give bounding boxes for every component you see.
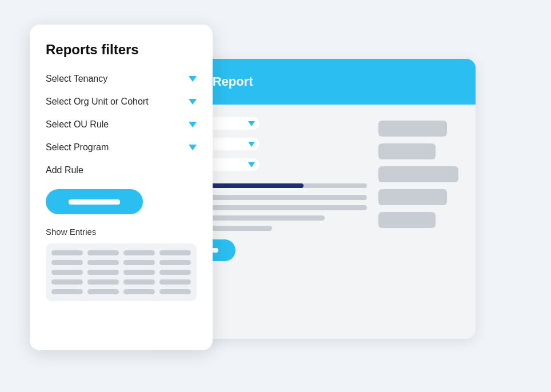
scene: Training Report — [30, 25, 521, 367]
filter-item-org-unit[interactable]: Select Org Unit or Cohort — [46, 97, 197, 107]
entry-cell-5 — [51, 260, 83, 265]
chevron-down-icon-1 — [248, 121, 255, 126]
entry-cell-12 — [159, 270, 191, 275]
filter-label-org-unit: Select Org Unit or Cohort — [46, 97, 149, 107]
entry-cell-19 — [123, 289, 155, 294]
entry-cell-10 — [87, 270, 119, 275]
apply-button-inner — [69, 199, 120, 205]
entry-cell-20 — [159, 289, 191, 294]
right-block-1 — [378, 121, 447, 137]
filter-label-ou-rule: Select OU Rule — [46, 119, 109, 130]
filter-item-program[interactable]: Select Program — [46, 142, 197, 153]
entry-cell-18 — [87, 289, 119, 294]
filter-label-program: Select Program — [46, 142, 109, 153]
show-entries-label: Show Entries — [46, 227, 197, 237]
chevron-down-icon-2 — [248, 142, 255, 147]
entry-cell-6 — [87, 260, 119, 265]
chevron-down-icon-ou-rule — [189, 122, 197, 127]
filter-item-ou-rule[interactable]: Select OU Rule — [46, 119, 197, 130]
entry-cell-2 — [87, 250, 119, 255]
entry-cell-14 — [87, 279, 119, 285]
filters-title: Reports filters — [46, 42, 197, 58]
filters-card: Reports filters Select Tenancy Select Or… — [30, 25, 213, 350]
filter-input-pill-1[interactable] — [208, 117, 259, 130]
report-right-column — [378, 117, 464, 261]
entry-cell-3 — [123, 250, 155, 255]
filter-input-pill-3[interactable] — [208, 158, 259, 171]
chevron-down-icon-program — [189, 145, 197, 150]
entry-cell-1 — [51, 250, 83, 255]
apply-button[interactable] — [46, 189, 143, 214]
right-block-4 — [378, 189, 447, 205]
chevron-down-icon-org-unit — [189, 99, 197, 105]
entry-cell-15 — [123, 279, 155, 285]
entry-cell-7 — [123, 260, 155, 265]
entry-cell-17 — [51, 289, 83, 294]
chevron-down-icon-tenancy — [189, 76, 197, 82]
filter-item-tenancy[interactable]: Select Tenancy — [46, 74, 197, 84]
right-block-5 — [378, 212, 436, 228]
filter-label-tenancy: Select Tenancy — [46, 74, 107, 84]
entry-cell-8 — [159, 260, 191, 265]
chevron-down-icon-3 — [248, 162, 255, 167]
entry-cell-13 — [51, 279, 83, 285]
entry-cell-9 — [51, 270, 83, 275]
right-block-2 — [378, 143, 436, 159]
entry-cell-16 — [159, 279, 191, 285]
entries-table-preview — [46, 243, 197, 301]
entry-cell-11 — [123, 270, 155, 275]
filter-input-pill-2[interactable] — [208, 138, 259, 150]
entry-cell-4 — [159, 250, 191, 255]
add-rule-label[interactable]: Add Rule — [46, 165, 197, 175]
right-block-3 — [378, 166, 458, 182]
